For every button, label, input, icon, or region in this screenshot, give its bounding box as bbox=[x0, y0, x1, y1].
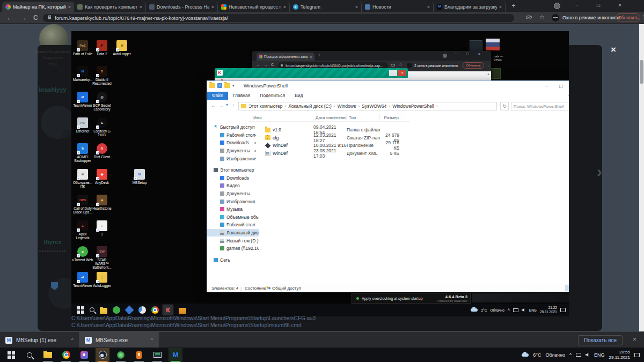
file-row[interactable]: WinDef 23.08.2021 17:03 Документ XML 5 К… bbox=[249, 150, 410, 158]
desktop-icon[interactable]: ◈ Hearthstone bbox=[91, 195, 113, 220]
ribbon-tab[interactable]: Файл bbox=[207, 92, 228, 100]
password-eye-off-icon[interactable] bbox=[526, 16, 532, 19]
password-eye-off-icon[interactable] bbox=[391, 64, 395, 67]
desktop-icon[interactable]: ◤ Dota 2 bbox=[91, 40, 113, 66]
sidebar-item[interactable]: Музыка bbox=[207, 205, 259, 213]
tab-close-icon[interactable]: × bbox=[211, 4, 214, 10]
sidebar-item[interactable]: Видео bbox=[207, 182, 259, 190]
forward-icon[interactable]: → bbox=[20, 13, 27, 22]
url-omnibox[interactable]: forum.kasperskyclub.ru/topic/87649-majne… bbox=[43, 14, 514, 22]
browser-tab[interactable]: Новости × bbox=[362, 2, 434, 12]
network-icon[interactable] bbox=[576, 353, 581, 357]
sidebar-item[interactable]: Новый том (D:) bbox=[207, 237, 259, 245]
recent-dropdown-icon[interactable]: ▾ bbox=[226, 102, 228, 107]
back-icon[interactable]: ← bbox=[211, 102, 216, 108]
browser-tab[interactable]: Telegram × bbox=[290, 2, 362, 12]
tab-close-icon[interactable]: × bbox=[283, 4, 286, 10]
ribbon-tab[interactable]: Вид bbox=[290, 92, 308, 100]
breadcrumb-segment[interactable]: WindowsPowerShell bbox=[392, 104, 440, 109]
sidebar-item[interactable]: Изображения bbox=[207, 197, 259, 205]
kaspersky-taskbar-icon[interactable]: K bbox=[163, 305, 173, 315]
window-maximize-button[interactable]: □ bbox=[466, 52, 469, 56]
desktop-icon[interactable]: G Logitech G HUB bbox=[91, 117, 113, 143]
tab-close-icon[interactable]: × bbox=[310, 54, 312, 60]
window-minimize-button[interactable]: − bbox=[569, 0, 585, 11]
forward-icon[interactable]: → bbox=[264, 63, 268, 68]
extension-refresh-button[interactable]: Обновить bbox=[616, 13, 640, 21]
breadcrumb[interactable]: Этот компьютерЛокальный диск (C:)Windows… bbox=[238, 102, 497, 110]
chrome-icon[interactable] bbox=[151, 306, 159, 314]
file-explorer-icon[interactable] bbox=[41, 348, 55, 362]
desktop-icon[interactable]: ¦ AutoLogger bbox=[91, 272, 113, 298]
sidebar-item[interactable]: Рабочий стол bbox=[207, 221, 259, 229]
green-utility-icon[interactable] bbox=[114, 348, 128, 362]
ribbon-tab[interactable]: Главная bbox=[228, 92, 255, 100]
scroll-up-icon[interactable]: ▲ bbox=[487, 72, 490, 76]
steam-icon[interactable] bbox=[96, 348, 109, 362]
breadcrumb-segment[interactable]: SysWOW64 bbox=[362, 104, 392, 109]
desktop-icon[interactable]: ◎ SCP Secret Laboratory bbox=[91, 92, 113, 117]
sidebar-item[interactable]: games (\\192.168.88 bbox=[207, 245, 259, 253]
browser-tab[interactable]: Благодарим за загрузку Malwa × bbox=[434, 2, 506, 12]
lightbox-close-icon[interactable]: × bbox=[611, 45, 616, 55]
sidebar-item[interactable]: Этот компьютер bbox=[207, 166, 259, 174]
tab-close-icon[interactable]: × bbox=[68, 4, 71, 10]
explorer-titlebar[interactable]: ✓ ▾ WindowsPowerShell − □ × bbox=[207, 81, 569, 92]
bookmark-star-icon[interactable]: ☆ bbox=[539, 13, 545, 20]
column-header[interactable]: Дата изменения bbox=[313, 114, 347, 121]
quick-access-newfolder-icon[interactable] bbox=[224, 83, 230, 88]
download-options-chevron-icon[interactable]: ^ bbox=[71, 337, 74, 343]
language-indicator[interactable]: ENG bbox=[594, 352, 605, 358]
extension-refresh-button[interactable]: Обновить bbox=[463, 62, 484, 69]
new-tab-button[interactable]: + bbox=[509, 2, 518, 11]
malwarebytes-icon[interactable]: M bbox=[169, 348, 182, 362]
start-button-icon[interactable] bbox=[77, 306, 84, 314]
window-minimize-button[interactable]: − bbox=[455, 52, 457, 56]
tray-chevron-icon[interactable]: ^ bbox=[569, 353, 572, 357]
clock[interactable]: 21:22 28.11.2021 bbox=[540, 306, 557, 314]
back-icon[interactable]: ← bbox=[6, 13, 13, 22]
hardware-monitor-icon[interactable] bbox=[132, 348, 146, 362]
pie-app-icon[interactable] bbox=[138, 306, 146, 314]
window-minimize-button[interactable]: − bbox=[540, 81, 554, 92]
window-close-button[interactable]: × bbox=[612, 0, 628, 11]
ribbon-collapse-icon[interactable]: ^ bbox=[568, 93, 569, 98]
show-all-downloads-button[interactable]: Показать все bbox=[578, 335, 623, 345]
chrome-icon[interactable] bbox=[59, 348, 73, 362]
monitor-app-icon[interactable] bbox=[150, 348, 164, 362]
bookmark-star-icon[interactable]: ☆ bbox=[399, 62, 402, 67]
green-app-icon[interactable] bbox=[113, 306, 120, 314]
download-options-chevron-icon[interactable]: ^ bbox=[151, 337, 153, 343]
speaker-icon[interactable] bbox=[522, 308, 526, 312]
window-minimize-button[interactable] bbox=[389, 70, 397, 76]
browser-tab[interactable]: Неизвестный процесс грузит п × bbox=[218, 2, 290, 12]
clock[interactable]: 20:55 29.11.2021 bbox=[609, 350, 630, 360]
sidebar-item[interactable]: Локальный диск (C: bbox=[207, 229, 259, 237]
search-icon[interactable] bbox=[90, 307, 94, 312]
folder-window-icon[interactable] bbox=[179, 308, 186, 314]
column-header[interactable]: Имя bbox=[249, 114, 313, 121]
back-icon[interactable]: ← bbox=[256, 63, 260, 68]
browser-menu-icon[interactable]: ⋮ bbox=[641, 14, 644, 20]
desktop-icon[interactable]: ≣ AutoLogger bbox=[111, 40, 133, 66]
inner-browser-tab[interactable]: Порядок оформления запроса × bbox=[257, 53, 314, 61]
window-close-button[interactable]: × bbox=[568, 81, 569, 92]
desktop-icon[interactable]: SW STAR WARS™ Battlefront... bbox=[91, 246, 113, 272]
search-input[interactable]: Поиск: WindowsPowerShell bbox=[511, 102, 569, 110]
refresh-icon[interactable]: ↻ bbox=[500, 102, 509, 110]
kaspersky-titlebar[interactable]: K × bbox=[215, 68, 408, 78]
lightbox-next-icon[interactable]: › bbox=[597, 162, 602, 181]
sidebar-item[interactable]: Объемные объекты bbox=[207, 213, 259, 221]
new-tab-button[interactable]: + bbox=[318, 53, 320, 58]
download-bar-close-icon[interactable]: × bbox=[633, 336, 636, 343]
page-scrollbar[interactable] bbox=[639, 24, 644, 331]
action-center-icon[interactable] bbox=[560, 308, 566, 312]
desktop-icon[interactable]: R Riot Client bbox=[91, 143, 113, 169]
breadcrumb-segment[interactable]: Windows bbox=[338, 104, 362, 109]
file-explorer-icon[interactable] bbox=[100, 308, 107, 314]
tab-close-icon[interactable]: × bbox=[355, 4, 358, 10]
forward-icon[interactable]: → bbox=[218, 102, 224, 108]
tray-chevron-icon[interactable]: ^ bbox=[508, 308, 510, 312]
tab-close-icon[interactable]: × bbox=[140, 4, 142, 10]
quick-access-properties-icon[interactable]: ✓ bbox=[217, 83, 222, 88]
